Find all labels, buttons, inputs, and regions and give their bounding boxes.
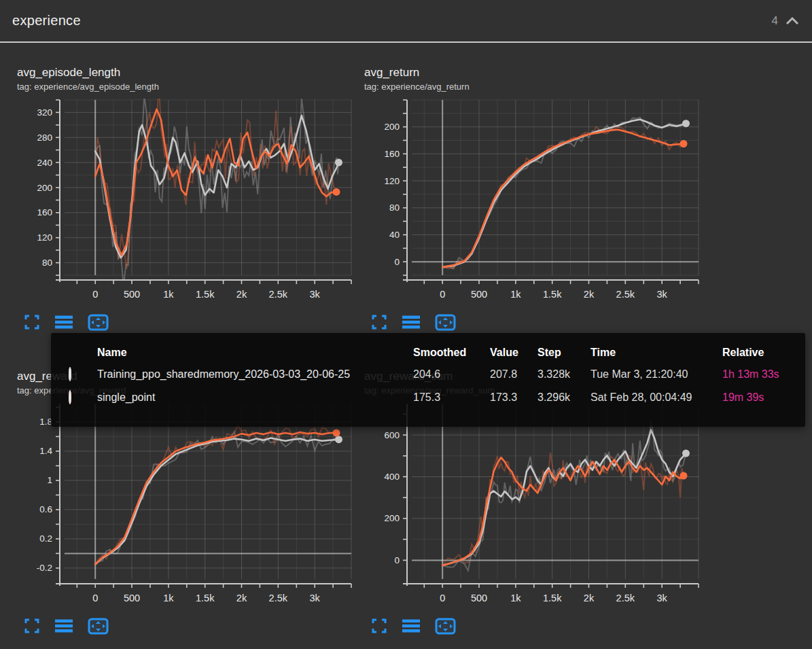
run-color-dot: [69, 367, 71, 381]
svg-text:0.6: 0.6: [39, 504, 52, 514]
run-name: single_point: [97, 391, 413, 404]
svg-text:0: 0: [394, 257, 400, 267]
chart-title: avg_episode_length: [17, 65, 353, 80]
fit-domain-icon[interactable]: [435, 618, 456, 635]
svg-text:1.5k: 1.5k: [543, 593, 562, 603]
section-header: experience 4: [0, 0, 812, 43]
svg-text:1: 1: [47, 475, 52, 485]
svg-text:200: 200: [37, 183, 52, 193]
svg-text:3k: 3k: [310, 289, 321, 300]
fullscreen-icon[interactable]: [371, 314, 387, 330]
fit-domain-icon[interactable]: [435, 314, 456, 331]
chart-tag: tag: experience/avg_return: [364, 80, 701, 93]
svg-text:0: 0: [440, 289, 445, 300]
svg-text:320: 320: [37, 107, 52, 118]
svg-text:0.2: 0.2: [39, 533, 52, 544]
chart-title: avg_return: [364, 65, 701, 80]
svg-text:2.5k: 2.5k: [616, 289, 635, 300]
chart-toolbar: [17, 313, 353, 331]
run-smoothed: 204.6: [413, 368, 490, 381]
line-chart-avg-return[interactable]: 0408012016020005001k1.5k2k2.5k3k: [364, 97, 701, 306]
svg-text:600: 600: [384, 430, 400, 440]
svg-text:160: 160: [384, 149, 400, 159]
svg-text:0: 0: [394, 555, 400, 565]
tooltip-header-step: Step: [537, 347, 590, 359]
svg-text:3k: 3k: [657, 289, 668, 300]
tooltip-run-row: single_point 175.3 173.3 3.296k Sat Feb …: [51, 386, 805, 409]
svg-text:1.5k: 1.5k: [196, 289, 215, 300]
svg-text:1k: 1k: [510, 289, 521, 300]
run-time: Tue Mar 3, 21:20:40: [590, 368, 722, 381]
svg-text:500: 500: [124, 289, 140, 300]
data-table-icon[interactable]: [402, 314, 420, 330]
chart-toolbar: [364, 313, 701, 331]
collapse-chevron-icon[interactable]: [785, 16, 800, 27]
tooltip-header-time: Time: [590, 347, 722, 359]
svg-text:1.4: 1.4: [39, 446, 52, 456]
run-step: 3.328k: [537, 368, 590, 381]
svg-text:3k: 3k: [310, 593, 321, 603]
run-value: 207.8: [490, 368, 537, 381]
data-table-icon[interactable]: [402, 618, 420, 634]
svg-text:0: 0: [440, 593, 445, 603]
svg-text:1k: 1k: [163, 593, 174, 603]
fullscreen-icon[interactable]: [24, 314, 40, 330]
run-name: Training_ppo_sharedmemory_2026-03-03_20-…: [97, 368, 413, 381]
svg-text:2k: 2k: [236, 593, 247, 603]
run-smoothed: 175.3: [413, 391, 490, 404]
chart-card-avg-episode-length: avg_episode_length tag: experience/avg_e…: [17, 65, 353, 331]
svg-text:500: 500: [471, 593, 487, 603]
svg-text:280: 280: [37, 133, 52, 143]
svg-text:80: 80: [389, 203, 400, 213]
svg-text:400: 400: [384, 472, 400, 482]
line-chart-avg-episode-length[interactable]: 8012016020024028032005001k1.5k2k2.5k3k: [17, 97, 353, 306]
tooltip-header-value: Value: [490, 347, 537, 359]
svg-text:80: 80: [42, 258, 52, 268]
fullscreen-icon[interactable]: [371, 618, 387, 634]
svg-text:1.5k: 1.5k: [196, 593, 215, 603]
fit-domain-icon[interactable]: [88, 618, 109, 635]
svg-text:0: 0: [92, 289, 98, 300]
data-table-icon[interactable]: [55, 618, 73, 634]
line-chart-avg-reward-sum[interactable]: 020040060005001k1.5k2k2.5k3k: [364, 401, 701, 610]
svg-text:200: 200: [384, 122, 400, 132]
svg-text:40: 40: [389, 230, 400, 240]
svg-text:120: 120: [384, 176, 400, 186]
run-step: 3.296k: [537, 391, 590, 404]
run-relative: 19m 39s: [722, 391, 805, 404]
section-title: experience: [12, 13, 81, 29]
run-relative: 1h 13m 33s: [722, 368, 805, 381]
fit-domain-icon[interactable]: [88, 314, 109, 331]
chart-tag: tag: experience/avg_episode_length: [17, 80, 353, 93]
hover-tooltip: Name Smoothed Value Step Time Relative T…: [51, 333, 805, 427]
line-chart-avg-reward[interactable]: -0.20.20.611.41.805001k1.5k2k2.5k3k: [17, 401, 353, 610]
section-chart-count: 4: [772, 14, 778, 28]
run-color-dot: [69, 390, 71, 404]
svg-text:2.5k: 2.5k: [269, 593, 288, 603]
svg-text:2.5k: 2.5k: [616, 593, 635, 603]
svg-text:2k: 2k: [236, 289, 247, 300]
svg-text:2k: 2k: [584, 289, 595, 300]
chart-card-avg-return: avg_return tag: experience/avg_return 04…: [364, 65, 701, 331]
svg-text:500: 500: [471, 289, 487, 300]
data-table-icon[interactable]: [55, 314, 73, 330]
tooltip-header-name: Name: [97, 347, 413, 359]
svg-text:240: 240: [37, 158, 52, 168]
svg-text:1k: 1k: [510, 593, 521, 603]
tooltip-run-row: Training_ppo_sharedmemory_2026-03-03_20-…: [51, 363, 805, 386]
svg-text:1.5k: 1.5k: [543, 289, 562, 300]
chart-toolbar: [364, 617, 701, 635]
fullscreen-icon[interactable]: [24, 618, 40, 634]
svg-text:0: 0: [92, 593, 98, 603]
svg-text:1k: 1k: [163, 289, 174, 300]
run-time: Sat Feb 28, 00:04:49: [590, 391, 722, 404]
tooltip-header-relative: Relative: [722, 347, 805, 359]
svg-text:120: 120: [37, 232, 52, 243]
run-value: 173.3: [490, 391, 537, 404]
tooltip-header-row: Name Smoothed Value Step Time Relative: [51, 343, 805, 363]
svg-text:160: 160: [37, 207, 52, 217]
svg-text:3k: 3k: [657, 593, 668, 603]
svg-text:500: 500: [124, 593, 140, 603]
chart-toolbar: [17, 617, 353, 635]
svg-text:-0.2: -0.2: [37, 563, 52, 573]
